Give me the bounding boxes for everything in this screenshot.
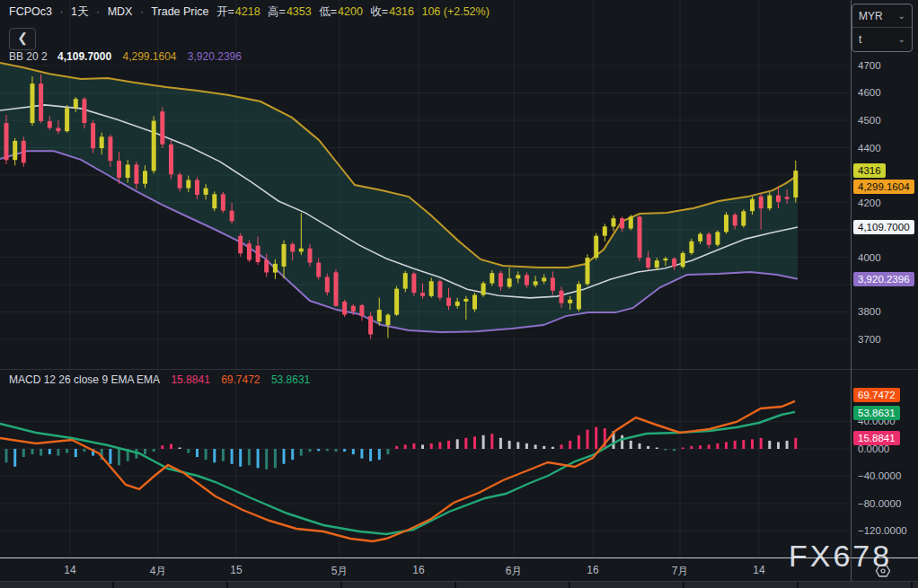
price-badge: 4316 xyxy=(853,163,886,178)
macd-hist-value: 15.8841 xyxy=(171,373,209,386)
macd-indicator-legend[interactable]: MACD 12 26 close 9 EMA EMA 15.8841 69.74… xyxy=(9,373,310,386)
chevron-down-icon: ⌄ xyxy=(898,11,905,21)
price-tick-label: 3700 xyxy=(858,334,881,345)
price-tick-label: 4000 xyxy=(858,252,881,263)
price-scale-menu: MYR ⌄ t ⌄ xyxy=(852,4,913,52)
bb-upper-value: 4,299.1604 xyxy=(122,50,176,63)
macd-badge: 69.7472 xyxy=(853,388,900,402)
macd-line-value: 69.7472 xyxy=(221,373,260,386)
chevron-down-icon: ⌄ xyxy=(898,34,905,44)
open-label: 开= xyxy=(216,5,234,18)
macd-signal-value: 53.8631 xyxy=(271,373,310,386)
price-type-label: Trade Price xyxy=(151,5,208,18)
high-label: 高= xyxy=(268,5,286,18)
low-label: 低= xyxy=(319,5,337,18)
change-value: 106 (+2.52%) xyxy=(421,5,489,18)
pane-separator[interactable] xyxy=(0,369,918,370)
price-tick-label: 4400 xyxy=(858,143,881,154)
back-button[interactable]: ❮ xyxy=(9,28,36,50)
price-tick-label: 4600 xyxy=(858,87,881,98)
price-axis[interactable]: 4700460045004400420040003800370040.00000… xyxy=(851,0,918,582)
symbol-info-bar: FCPOc3 · 1天 · MDX · Trade Price 开=4218 高… xyxy=(9,4,494,20)
interval-value[interactable]: 1天 xyxy=(71,5,88,18)
chevron-left-icon: ❮ xyxy=(17,31,28,45)
separator-dot: · xyxy=(140,5,144,18)
currency-dropdown[interactable]: MYR ⌄ xyxy=(852,4,912,28)
bottom-scroll-strip[interactable] xyxy=(0,581,918,588)
price-tick-label: 4500 xyxy=(858,115,881,126)
low-value: 4200 xyxy=(338,5,363,18)
bb-lower-value: 3,920.2396 xyxy=(188,50,242,63)
price-badge: 3,920.2396 xyxy=(853,272,914,286)
chart-canvas[interactable] xyxy=(0,0,918,588)
bollinger-indicator-legend[interactable]: BB 20 2 4,109.7000 4,299.1604 3,920.2396 xyxy=(9,50,242,63)
time-axis-line xyxy=(0,557,918,558)
separator-dot: · xyxy=(96,5,100,18)
macd-badge: 53.8631 xyxy=(853,406,900,420)
unit-label: t xyxy=(859,33,861,46)
separator-dot: · xyxy=(59,5,63,18)
exchange-name: MDX xyxy=(108,5,133,18)
price-tick-label: 4200 xyxy=(858,197,881,208)
price-badge: 4,109.7000 xyxy=(853,220,914,234)
trading-chart-app: FCPOc3 · 1天 · MDX · Trade Price 开=4218 高… xyxy=(0,0,918,588)
bb-middle-value: 4,109.7000 xyxy=(57,50,111,63)
macd-badge: 15.8841 xyxy=(853,431,900,445)
open-value: 4218 xyxy=(235,5,260,18)
macd-tick-label: −40.0000 xyxy=(858,470,901,481)
currency-label: MYR xyxy=(859,10,883,22)
bb-label: BB 20 2 xyxy=(9,50,48,63)
price-badge: 4,299.1604 xyxy=(853,180,914,194)
unit-dropdown[interactable]: t ⌄ xyxy=(852,28,912,50)
macd-tick-label: −120.0000 xyxy=(858,525,907,536)
price-tick-label: 3800 xyxy=(858,306,881,317)
close-label: 收= xyxy=(370,5,388,18)
high-value: 4353 xyxy=(287,5,312,18)
symbol-name[interactable]: FCPOc3 xyxy=(9,5,52,18)
close-value: 4316 xyxy=(389,5,414,18)
macd-tick-label: −80.0000 xyxy=(858,498,901,509)
macd-label: MACD 12 26 close 9 EMA EMA xyxy=(9,373,160,386)
price-tick-label: 4700 xyxy=(858,60,881,71)
